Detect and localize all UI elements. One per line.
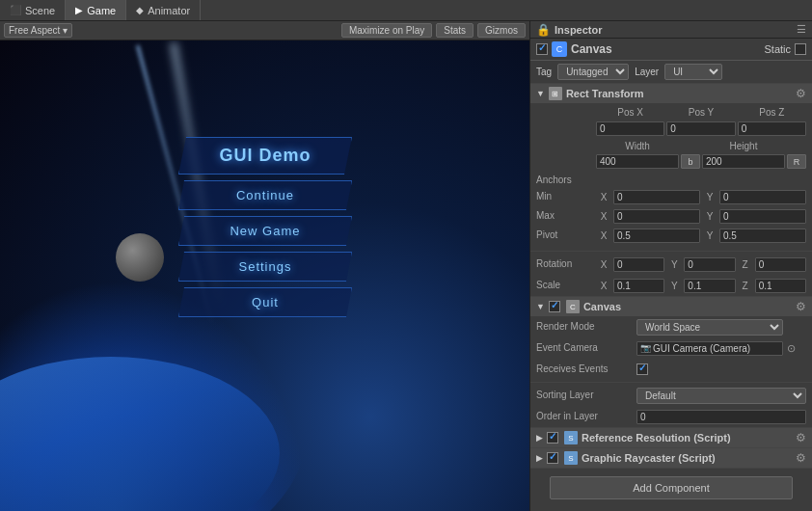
layer-dropdown[interactable]: UI [664,64,722,80]
rect-transform-section: ▼ ⊞ Rect Transform ⚙ Pos X Pos Y Pos Z [530,84,812,297]
pos-z-input[interactable] [738,121,806,136]
inspector-menu-icon[interactable]: ☰ [797,23,806,36]
height-input[interactable] [702,154,785,169]
gc-icon: S [564,451,578,465]
order-in-layer-input[interactable] [636,410,806,424]
receives-events-row: Receives Events [530,359,812,380]
event-camera-row: Event Camera 📷 GUI Camera (Camera) ⊙ [530,337,812,359]
tag-label: Tag [536,67,552,77]
rect-transform-header[interactable]: ▼ ⊞ Rect Transform ⚙ [530,84,812,103]
graphic-raycaster-header[interactable]: ▶ S Graphic Raycaster (Script) ⚙ [530,448,812,468]
graphic-raycaster-title: Graphic Raycaster (Script) [582,452,792,464]
width-input[interactable] [596,154,679,169]
order-in-layer-label: Order in Layer [536,408,633,425]
rect-transform-icon: ⊞ [549,87,562,100]
game-toolbar: Free Aspect ▾ Maximize on Play Stats Giz… [0,21,529,40]
inspector-body: C Canvas Static Tag Untagged Layer UI ▼ [530,39,812,511]
b-button[interactable]: b [681,154,700,169]
tab-bar: ⬛ Scene ▶ Game ◆ Animator [0,0,812,21]
anchor-max-y-input[interactable] [719,209,806,224]
rect-transform-arrow: ▼ [536,89,545,98]
pivot-x-input[interactable] [613,229,700,243]
aspect-select[interactable]: Free Aspect ▾ [4,23,72,38]
rotation-y-input[interactable] [684,257,735,272]
pos-z-header: Pos Z [738,106,806,119]
continue-button[interactable]: Continue [178,180,352,210]
ref-res-enable-checkbox[interactable] [547,432,558,444]
r-button[interactable]: R [787,154,806,169]
gc-gear-icon[interactable]: ⚙ [796,451,806,465]
anchor-min-y-input[interactable] [719,190,806,204]
render-mode-dropdown[interactable]: World Space [636,319,783,336]
anchor-min-label: Min [536,188,594,205]
sorting-layer-label: Sorting Layer [536,387,633,404]
object-enable-checkbox[interactable] [536,43,548,55]
ref-res-gear-icon[interactable]: ⚙ [796,431,806,444]
canvas-object-icon: C [552,41,567,57]
separator-1 [530,251,812,252]
pivot-y-input[interactable] [719,229,806,243]
pivot-row: Pivot X Y [536,226,806,245]
rotation-z-input[interactable] [755,257,806,272]
tag-dropdown[interactable]: Untagged [557,64,629,80]
width-height-values: b R [530,154,812,171]
anchor-max-row: Max X Y [536,206,806,226]
scale-z-input[interactable] [755,279,806,293]
canvas-enable-checkbox[interactable] [549,301,560,312]
render-mode-label: Render Mode [536,318,633,336]
gui-demo-title: GUI Demo [178,137,352,175]
width-header: Width [596,140,679,152]
anchor-max-label: Max [536,207,594,225]
pos-y-input[interactable] [666,121,735,136]
sorting-layer-dropdown[interactable]: Default [636,388,806,404]
tab-scene[interactable]: ⬛ Scene [0,0,66,20]
gc-enable-checkbox[interactable] [547,452,558,464]
canvas-arrow: ▼ [536,302,545,311]
event-camera-field: 📷 GUI Camera (Camera) [636,341,783,356]
rect-transform-title: Rect Transform [566,88,792,99]
quit-button[interactable]: Quit [178,287,352,317]
anchor-max-x-input[interactable] [613,209,700,224]
receives-events-checkbox[interactable] [636,363,648,375]
anchors-section: Anchors Min X Y Max X Y [530,171,812,249]
pos-y-header: Pos Y [666,106,735,119]
render-mode-row: Render Mode World Space [530,316,812,337]
pos-x-input[interactable] [596,121,664,136]
tab-animator[interactable]: ◆ Animator [126,0,201,20]
settings-button[interactable]: Settings [178,252,352,282]
tab-game[interactable]: ▶ Game [66,0,126,20]
event-camera-label: Event Camera [536,339,633,357]
sorting-layer-row: Sorting Layer Default [530,385,812,406]
chevron-down-icon: ▾ [63,25,68,36]
rect-transform-gear-icon[interactable]: ⚙ [796,87,806,100]
anchor-min-row: Min X Y [536,187,806,206]
height-header: Height [702,140,785,152]
rotation-x-input[interactable] [613,257,664,272]
gizmos-button[interactable]: Gizmos [477,23,526,38]
static-label: Static [764,43,791,55]
scale-row: Scale X Y Z [530,275,812,296]
add-component-button[interactable]: Add Component [550,476,793,499]
inspector-title: Inspector [555,24,793,36]
canvas-gear-icon[interactable]: ⚙ [796,300,806,313]
game-canvas: GUI Demo Continue New Game Settings Quit [0,40,529,511]
scene-icon: ⬛ [10,5,21,15]
main-content: Free Aspect ▾ Maximize on Play Stats Giz… [0,21,812,511]
stats-button[interactable]: Stats [436,23,474,38]
static-checkbox[interactable] [795,43,806,55]
scale-y-input[interactable] [684,279,735,293]
graphic-raycaster-section: ▶ S Graphic Raycaster (Script) ⚙ [530,448,812,469]
rotation-label: Rotation [536,256,594,273]
rotation-row: Rotation X Y Z [530,254,812,275]
anchor-min-x-input[interactable] [613,190,700,204]
canvas-component-title: Canvas [583,301,792,312]
canvas-header[interactable]: ▼ C Canvas ⚙ [530,297,812,316]
scale-x-input[interactable] [613,279,664,293]
new-game-button[interactable]: New Game [178,216,352,246]
event-camera-select-icon[interactable]: ⊙ [787,342,806,355]
reference-resolution-header[interactable]: ▶ S Reference Resolution (Script) ⚙ [530,428,812,447]
tab-game-label: Game [87,5,116,16]
maximize-on-play-button[interactable]: Maximize on Play [341,23,432,38]
animator-icon: ◆ [136,5,144,15]
gc-arrow: ▶ [536,453,543,463]
